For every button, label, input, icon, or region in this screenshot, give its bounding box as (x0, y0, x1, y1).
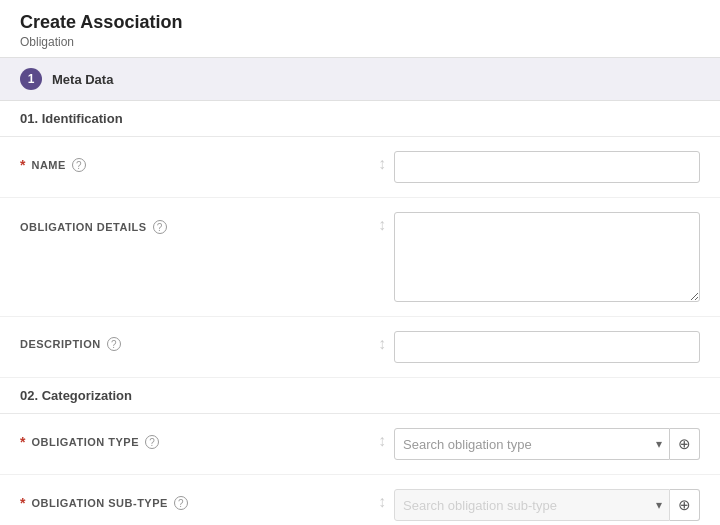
obligation-details-help-icon[interactable]: ? (153, 220, 167, 234)
description-input-col (394, 331, 700, 363)
obligation-type-input-col: Search obligation type ▾ ⊕ (394, 428, 700, 460)
obligation-subtype-label: OBLIGATION SUB-TYPE (31, 497, 167, 509)
description-help-icon[interactable]: ? (107, 337, 121, 351)
description-input[interactable] (394, 331, 700, 363)
obligation-type-search-button[interactable]: ⊕ (670, 428, 700, 460)
step-badge: 1 (20, 68, 42, 90)
name-row: * NAME ? ↕ (0, 137, 720, 198)
obligation-details-row: OBLIGATION DETAILS ? ↕ (0, 198, 720, 317)
description-resize-handle: ↕ (370, 331, 394, 353)
obligation-type-row: * OBLIGATION TYPE ? ↕ Search obligation … (0, 414, 720, 475)
obligation-type-help-icon[interactable]: ? (145, 435, 159, 449)
meta-data-section-header: 1 Meta Data (0, 58, 720, 101)
obligation-details-input-col (394, 212, 700, 302)
name-label: NAME (31, 159, 65, 171)
obligation-subtype-row: * OBLIGATION SUB-TYPE ? ↕ Search obligat… (0, 475, 720, 525)
obligation-subtype-select-group: Search obligation sub-type ▾ ⊕ (394, 489, 700, 521)
name-input-col (394, 151, 700, 183)
description-label: DESCRIPTION (20, 338, 101, 350)
obligation-subtype-select-wrapper: Search obligation sub-type ▾ (394, 489, 670, 521)
page-title: Create Association (20, 12, 700, 33)
description-label-col: DESCRIPTION ? (20, 331, 370, 351)
name-resize-handle: ↕ (370, 151, 394, 173)
obligation-details-label: OBLIGATION DETAILS (20, 221, 147, 233)
obligation-subtype-select[interactable]: Search obligation sub-type (394, 489, 670, 521)
obligation-subtype-resize-handle: ↕ (370, 489, 394, 511)
obligation-subtype-input-col: Search obligation sub-type ▾ ⊕ (394, 489, 700, 521)
obligation-type-label: OBLIGATION TYPE (31, 436, 139, 448)
obligation-type-select-group: Search obligation type ▾ ⊕ (394, 428, 700, 460)
obligation-type-search-icon: ⊕ (678, 435, 691, 453)
section-title: Meta Data (52, 72, 113, 87)
obligation-details-label-col: OBLIGATION DETAILS ? (20, 212, 370, 234)
name-input[interactable] (394, 151, 700, 183)
categorization-heading: 02. Categorization (0, 378, 720, 414)
form-card: 01. Identification * NAME ? ↕ OBLIGATION… (0, 101, 720, 525)
obligation-details-resize-handle: ↕ (370, 212, 394, 234)
obligation-type-resize-handle: ↕ (370, 428, 394, 450)
obligation-type-select-wrapper: Search obligation type ▾ (394, 428, 670, 460)
obligation-type-required-star: * (20, 434, 25, 450)
obligation-type-label-col: * OBLIGATION TYPE ? (20, 428, 370, 450)
page-subtitle: Obligation (20, 35, 700, 49)
page-header: Create Association Obligation (0, 0, 720, 58)
name-required-star: * (20, 157, 25, 173)
description-row: DESCRIPTION ? ↕ (0, 317, 720, 378)
name-label-col: * NAME ? (20, 151, 370, 173)
obligation-subtype-required-star: * (20, 495, 25, 511)
obligation-subtype-search-icon: ⊕ (678, 496, 691, 514)
obligation-subtype-label-col: * OBLIGATION SUB-TYPE ? (20, 489, 370, 511)
name-help-icon[interactable]: ? (72, 158, 86, 172)
obligation-type-select[interactable]: Search obligation type (394, 428, 670, 460)
obligation-subtype-help-icon[interactable]: ? (174, 496, 188, 510)
obligation-subtype-search-button[interactable]: ⊕ (670, 489, 700, 521)
identification-heading: 01. Identification (0, 101, 720, 137)
obligation-details-textarea[interactable] (394, 212, 700, 302)
